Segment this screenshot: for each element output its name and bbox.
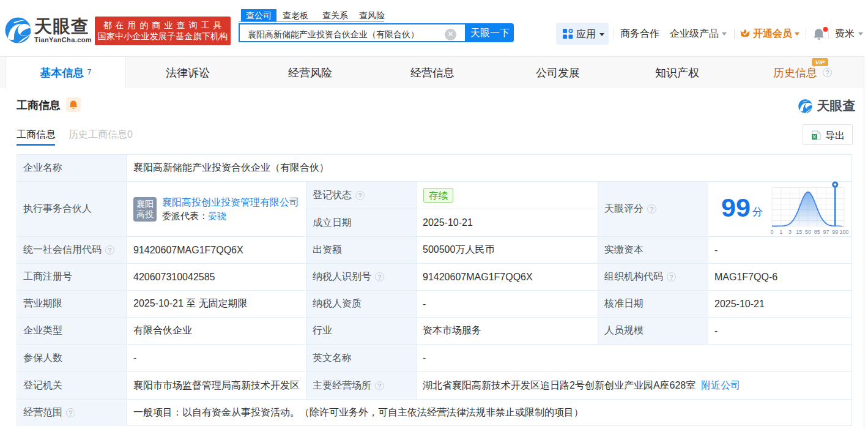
svg-text:99: 99 bbox=[832, 229, 838, 234]
svg-text:100: 100 bbox=[839, 229, 848, 234]
svg-text:1: 1 bbox=[779, 229, 782, 234]
svg-text:0: 0 bbox=[770, 229, 773, 234]
svg-text:15: 15 bbox=[796, 229, 802, 234]
svg-text:50: 50 bbox=[805, 229, 811, 234]
svg-text:97: 97 bbox=[823, 229, 829, 234]
svg-text:3: 3 bbox=[788, 229, 792, 234]
svg-text:85: 85 bbox=[814, 229, 820, 234]
